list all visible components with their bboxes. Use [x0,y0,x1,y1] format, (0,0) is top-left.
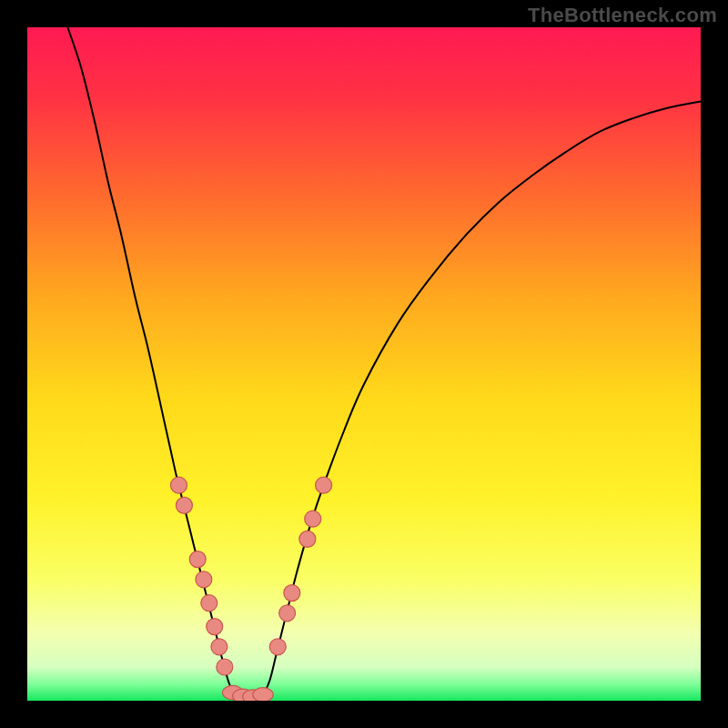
marker-left-branch-markers [211,639,228,655]
marker-left-branch-markers [207,619,223,635]
marker-right-branch-markers [284,585,300,602]
marker-right-branch-markers [316,477,332,493]
marker-bottom-cluster-markers [253,688,274,701]
marker-left-branch-markers [201,595,217,612]
marker-left-branch-markers [176,497,192,513]
marker-left-branch-markers [189,551,206,568]
chart-frame: TheBottleneck.com [0,0,728,728]
marker-right-branch-markers [305,511,321,527]
plot-area [27,27,701,701]
marker-right-branch-markers [279,605,296,622]
marker-left-branch-markers [171,477,187,493]
marker-left-branch-markers [196,571,212,588]
chart-svg [27,27,701,701]
marker-left-branch-markers [217,659,233,675]
marker-right-branch-markers [269,639,286,655]
gradient-background [27,27,701,701]
marker-right-branch-markers [299,531,316,547]
watermark-text: TheBottleneck.com [528,4,717,27]
